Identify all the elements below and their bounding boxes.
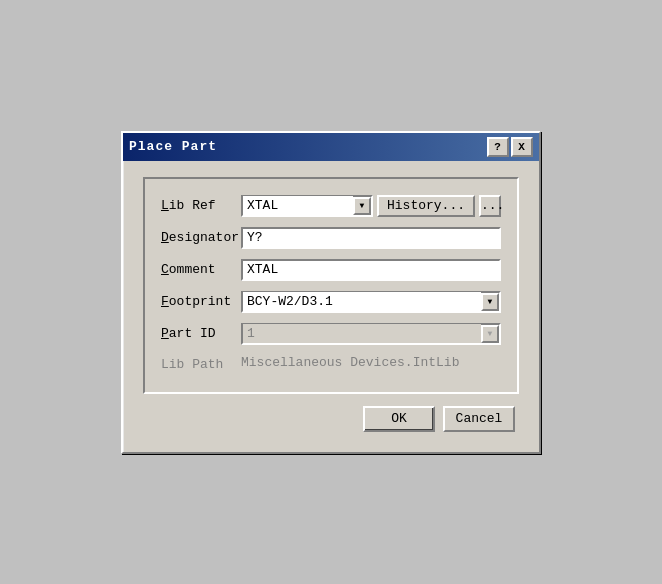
lib-path-row: Lib Path Miscellaneous Devices.IntLib [161,355,501,372]
close-button[interactable]: X [511,137,533,157]
comment-label: Comment [161,262,241,277]
footprint-value: BCY-W2/D3.1 [243,292,481,311]
comment-row: Comment [161,259,501,281]
footprint-row: Footprint BCY-W2/D3.1 ▼ [161,291,501,313]
footprint-dropdown[interactable]: BCY-W2/D3.1 ▼ [241,291,501,313]
title-bar: Place Part ? X [123,133,539,161]
dialog-window: Place Part ? X Lib Ref XTAL ▼ [121,131,541,454]
designator-row: Designator [161,227,501,249]
dialog-content: Lib Ref XTAL ▼ History... ... Designator [123,161,539,452]
footprint-controls: BCY-W2/D3.1 ▼ [241,291,501,313]
designator-label: Designator [161,230,241,245]
inner-box: Lib Ref XTAL ▼ History... ... Designator [143,177,519,394]
title-bar-buttons: ? X [487,137,533,157]
button-row: OK Cancel [143,406,519,436]
designator-controls [241,227,501,249]
lib-ref-label: Lib Ref [161,198,241,213]
part-id-controls: 1 ▼ [241,323,501,345]
lib-ref-arrow-button[interactable]: ▼ [353,197,371,215]
lib-ref-dropdown[interactable]: XTAL ▼ [241,195,373,217]
lib-ref-controls: XTAL ▼ History... ... [241,195,501,217]
lib-path-label: Lib Path [161,355,241,372]
part-id-row: Part ID 1 ▼ [161,323,501,345]
comment-input[interactable] [241,259,501,281]
part-id-value: 1 [243,324,481,343]
part-id-dropdown: 1 ▼ [241,323,501,345]
footprint-arrow-button[interactable]: ▼ [481,293,499,311]
help-button[interactable]: ? [487,137,509,157]
cancel-button[interactable]: Cancel [443,406,515,432]
history-button[interactable]: History... [377,195,475,217]
part-id-label: Part ID [161,326,241,341]
ok-button[interactable]: OK [363,406,435,432]
lib-path-value: Miscellaneous Devices.IntLib [241,355,459,370]
lib-ref-value: XTAL [243,196,353,215]
browse-button[interactable]: ... [479,195,501,217]
footprint-label: Footprint [161,294,241,309]
lib-ref-row: Lib Ref XTAL ▼ History... ... [161,195,501,217]
dialog-title: Place Part [129,139,217,154]
part-id-arrow-disabled: ▼ [481,325,499,343]
designator-input[interactable] [241,227,501,249]
comment-controls [241,259,501,281]
